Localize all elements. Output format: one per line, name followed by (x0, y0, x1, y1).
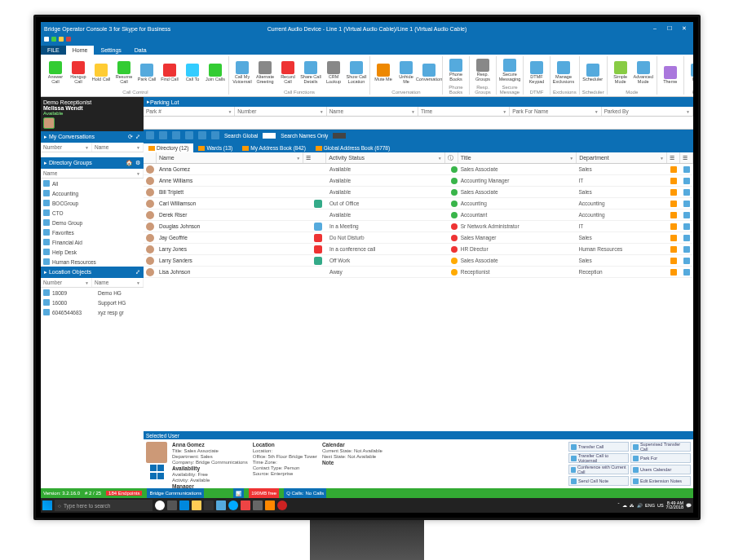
location-item[interactable]: 6046544683xyz resp gr (41, 307, 144, 317)
parking-lot-header[interactable]: ▸ Parking Lot (144, 97, 693, 107)
maximize-button[interactable]: ☐ (664, 25, 675, 32)
tab-file[interactable]: FILE (41, 46, 66, 55)
contact-action-icon[interactable] (157, 473, 164, 479)
directory-row[interactable]: Douglas JohnsonIn a MeetingSr Network Ad… (144, 221, 693, 232)
action-icon[interactable] (670, 235, 677, 241)
taskbar-app-icon[interactable] (265, 500, 275, 510)
minimize-button[interactable]: – (649, 25, 661, 32)
action-icon[interactable] (670, 189, 677, 196)
col-activity[interactable]: Activity Status▼ (326, 152, 445, 163)
ribbon-button[interactable]: Mute Me (373, 64, 394, 82)
user-avatar[interactable] (43, 117, 55, 129)
col-activity-icon[interactable]: ☰ (303, 152, 326, 163)
notifications-icon[interactable]: 💬 (686, 503, 692, 508)
settings-icon[interactable]: ⚙ (135, 160, 140, 166)
col-action2[interactable]: ☰ (680, 152, 693, 163)
toolbar-icon[interactable] (159, 131, 167, 139)
directory-row[interactable]: Larry JonesIn a conference callHR Direct… (144, 244, 693, 255)
tray-volume-icon[interactable]: 🔊 (637, 503, 643, 508)
close-button[interactable]: ✕ (679, 25, 690, 32)
contact-action-icon[interactable] (157, 465, 164, 471)
parking-col[interactable]: Park For Name▼ (510, 107, 601, 116)
search-global-checkbox[interactable] (263, 133, 276, 139)
ribbon-button[interactable]: Resp. Groups (472, 59, 493, 82)
col-department[interactable]: Department▼ (577, 152, 667, 163)
qa-icon[interactable] (66, 37, 71, 42)
directory-group-item[interactable]: Help Desk (41, 247, 144, 257)
directory-row[interactable]: Jay GeoffrieDo Not DisturbSales ManagerS… (144, 232, 693, 244)
taskbar-search[interactable]: ○Type here to search (55, 500, 153, 511)
col-number[interactable]: Number▼ (41, 143, 92, 152)
ribbon-button[interactable]: Hold Call (91, 64, 112, 82)
directory-group-item[interactable]: CTO (41, 208, 144, 218)
action-button[interactable]: Transfer Call to Voicemail (568, 453, 629, 463)
store-icon[interactable] (204, 500, 214, 510)
action-button[interactable]: Conference with Current Call (568, 465, 629, 474)
action-icon[interactable] (670, 269, 677, 276)
ribbon-button[interactable]: Secure Messaging (499, 59, 520, 82)
edge-icon[interactable] (179, 500, 189, 510)
refresh-icon[interactable]: ⟳ (128, 134, 133, 140)
location-item[interactable]: 18009Demo HG (41, 288, 144, 298)
action-icon[interactable] (683, 189, 690, 196)
qa-icon[interactable] (44, 37, 49, 42)
action-button[interactable]: Transfer Call (568, 442, 629, 452)
ribbon-button[interactable]: Phone Books (445, 59, 466, 82)
action-icon[interactable] (670, 166, 677, 173)
ribbon-button[interactable]: Simple Mode (610, 61, 631, 84)
location-objects-header[interactable]: ▸ Location Objects ⤢ (41, 267, 144, 278)
action-icon[interactable] (670, 212, 677, 218)
toolbar-icon[interactable] (211, 131, 219, 139)
action-button[interactable]: Send Call Note (568, 476, 629, 486)
action-button[interactable]: Edit Extension Notes (630, 476, 691, 486)
tray-icon[interactable]: ☁ (622, 503, 627, 508)
toolbar-icon[interactable] (185, 131, 193, 139)
directory-group-item[interactable]: All (41, 179, 144, 188)
tray-lang[interactable]: ENG (645, 503, 655, 508)
action-button[interactable]: Users Calendar (630, 465, 691, 474)
ribbon-button[interactable]: Scheduler (582, 64, 604, 82)
taskbar-app-icon[interactable] (277, 500, 287, 510)
ribbon-button[interactable]: Show Call Location (346, 61, 367, 84)
action-icon[interactable] (683, 178, 690, 184)
col-presence[interactable]: ⓘ (445, 152, 458, 163)
action-icon[interactable] (683, 235, 690, 241)
ribbon-button[interactable]: Advanced Mode (633, 61, 654, 84)
qa-icon[interactable] (59, 37, 64, 42)
ribbon-button[interactable]: Unhide Me (396, 61, 417, 84)
col-avatar[interactable] (144, 152, 157, 163)
home-icon[interactable]: 🏠 (126, 160, 133, 166)
directory-group-item[interactable]: Demo Group (41, 218, 144, 227)
col-action1[interactable]: ☰ (667, 152, 680, 163)
toolbar-icon[interactable] (198, 131, 206, 139)
col-name[interactable]: Name▼ (92, 278, 144, 287)
col-name[interactable]: Name▼ (41, 169, 144, 178)
task-view-icon[interactable] (167, 500, 177, 510)
toolbar-icon[interactable] (146, 131, 154, 139)
directory-tab[interactable]: My Address Book (842) (237, 143, 311, 152)
expand-icon[interactable]: ⤢ (135, 134, 140, 140)
ribbon-button[interactable]: Answer Call (45, 61, 66, 84)
directory-tab[interactable]: Global Address Book (6778) (311, 143, 395, 152)
ribbon-button[interactable]: DTMF Keypad (526, 61, 547, 84)
tab-settings[interactable]: Settings (94, 46, 127, 55)
directory-row[interactable]: Anna GomezAvailableSales AssociateSales (144, 164, 693, 175)
directory-group-item[interactable]: Accounting (41, 188, 144, 198)
tab-data[interactable]: Data (128, 46, 153, 55)
directory-row[interactable]: Anne WilliamsAvailableAccounting Manager… (144, 175, 693, 187)
action-icon[interactable] (670, 246, 677, 253)
explorer-icon[interactable] (192, 500, 201, 510)
taskbar-app-icon[interactable] (241, 500, 250, 510)
action-icon[interactable] (670, 178, 677, 184)
ribbon-button[interactable]: CRM Lookup (323, 61, 344, 84)
parking-col[interactable]: Time▼ (418, 107, 510, 116)
ribbon-button[interactable]: Alternate Greeting (254, 61, 276, 84)
action-icon[interactable] (683, 201, 690, 207)
action-icon[interactable] (683, 166, 690, 173)
ribbon-button[interactable]: Resume Call (113, 61, 135, 84)
qa-icon[interactable] (51, 37, 56, 42)
directory-row[interactable]: Bill TriplettAvailableSales AssociateSal… (144, 187, 693, 198)
contact-action-icon[interactable] (150, 473, 157, 479)
parking-col[interactable]: Park #▼ (144, 107, 235, 116)
action-icon[interactable] (670, 258, 677, 264)
